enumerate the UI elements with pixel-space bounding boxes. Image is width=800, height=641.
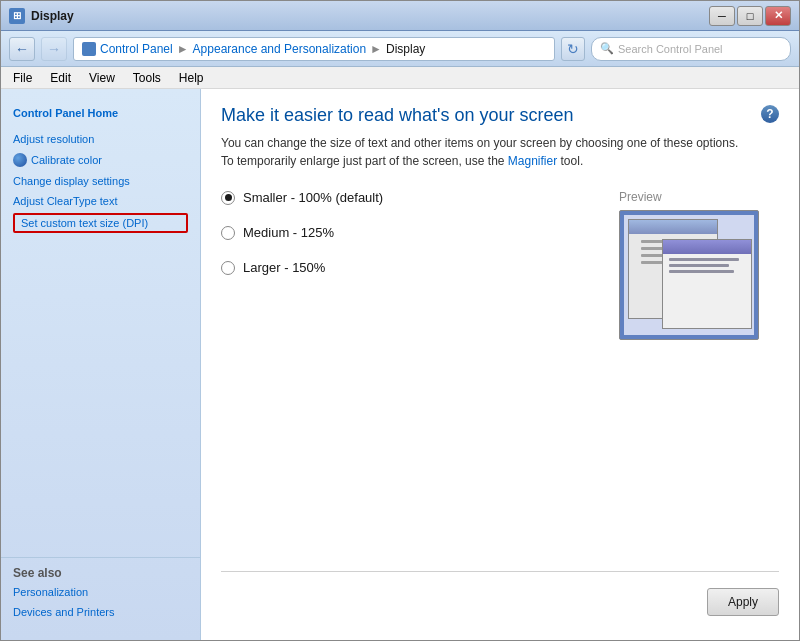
radio-smaller-circle[interactable] <box>221 191 235 205</box>
menu-tools[interactable]: Tools <box>125 69 169 87</box>
title-bar-controls: ─ □ ✕ <box>709 6 791 26</box>
refresh-button[interactable]: ↻ <box>561 37 585 61</box>
magnifier-link[interactable]: Magnifier <box>508 154 557 168</box>
sidebar-link-adjust-resolution[interactable]: Adjust resolution <box>13 131 188 147</box>
fake-line-6 <box>669 264 729 267</box>
globe-icon <box>13 153 27 167</box>
title-bar-left: ⊞ Display <box>9 8 74 24</box>
sidebar-spacer <box>1 237 200 557</box>
menu-bar: File Edit View Tools Help <box>1 67 799 89</box>
main-window: ⊞ Display ─ □ ✕ ← → Control Panel ► Appe… <box>0 0 800 641</box>
preview-label: Preview <box>619 190 779 204</box>
address-bar: ← → Control Panel ► Appearance and Perso… <box>1 31 799 67</box>
apply-button[interactable]: Apply <box>707 588 779 616</box>
sidebar-link-devices-printers[interactable]: Devices and Printers <box>13 604 188 620</box>
help-icon[interactable]: ? <box>761 105 779 123</box>
title-bar: ⊞ Display ─ □ ✕ <box>1 1 799 31</box>
forward-button[interactable]: → <box>41 37 67 61</box>
button-row: Apply <box>221 588 779 624</box>
window-icon: ⊞ <box>9 8 25 24</box>
sidebar: Control Panel Home Adjust resolution Cal… <box>1 89 201 640</box>
radio-larger-label: Larger - 150% <box>243 260 325 275</box>
sidebar-link-calibrate-color[interactable]: Calibrate color <box>13 151 188 169</box>
see-also-label: See also <box>13 566 188 580</box>
radio-medium-circle[interactable] <box>221 226 235 240</box>
breadcrumb-appearance[interactable]: Appearance and Personalization <box>193 42 366 56</box>
radio-medium[interactable]: Medium - 125% <box>221 225 599 240</box>
content-description: You can change the size of text and othe… <box>221 134 741 170</box>
content-area: Make it easier to read what's on your sc… <box>201 89 799 640</box>
see-also-section: See also Personalization Devices and Pri… <box>1 557 200 628</box>
preview-column: Preview <box>619 190 779 555</box>
close-button[interactable]: ✕ <box>765 6 791 26</box>
maximize-button[interactable]: □ <box>737 6 763 26</box>
radio-larger[interactable]: Larger - 150% <box>221 260 599 275</box>
window-title: Display <box>31 9 74 23</box>
menu-help[interactable]: Help <box>171 69 212 87</box>
radio-medium-label: Medium - 125% <box>243 225 334 240</box>
sidebar-home-link[interactable]: Control Panel Home <box>13 105 188 121</box>
address-path: Control Panel ► Appearance and Personali… <box>73 37 555 61</box>
preview-image <box>619 210 759 340</box>
back-button[interactable]: ← <box>9 37 35 61</box>
sidebar-link-personalization[interactable]: Personalization <box>13 584 188 600</box>
minimize-button[interactable]: ─ <box>709 6 735 26</box>
preview-window-2 <box>662 239 752 329</box>
menu-edit[interactable]: Edit <box>42 69 79 87</box>
desc-text-before: You can change the size of text and othe… <box>221 136 738 168</box>
radio-smaller-label: Smaller - 100% (default) <box>243 190 383 205</box>
fake-line-5 <box>669 258 739 261</box>
sidebar-home-section: Control Panel Home Adjust resolution Cal… <box>1 101 200 237</box>
content-header: Make it easier to read what's on your sc… <box>221 105 779 126</box>
menu-view[interactable]: View <box>81 69 123 87</box>
menu-file[interactable]: File <box>5 69 40 87</box>
sidebar-link-cleartype[interactable]: Adjust ClearType text <box>13 193 188 209</box>
radio-larger-circle[interactable] <box>221 261 235 275</box>
search-box[interactable]: 🔍 Search Control Panel <box>591 37 791 61</box>
desc-text-after: tool. <box>561 154 584 168</box>
content-divider <box>221 571 779 572</box>
options-column: Smaller - 100% (default) Medium - 125% L… <box>221 190 599 555</box>
options-preview-row: Smaller - 100% (default) Medium - 125% L… <box>221 190 779 555</box>
sidebar-link-custom-dpi[interactable]: Set custom text size (DPI) <box>13 213 188 233</box>
sidebar-link-change-display[interactable]: Change display settings <box>13 173 188 189</box>
main-layout: Control Panel Home Adjust resolution Cal… <box>1 89 799 640</box>
content-title: Make it easier to read what's on your sc… <box>221 105 574 126</box>
breadcrumb-control-panel[interactable]: Control Panel <box>100 42 173 56</box>
breadcrumb-display: Display <box>386 42 425 56</box>
radio-smaller[interactable]: Smaller - 100% (default) <box>221 190 599 205</box>
fake-line-7 <box>669 270 734 273</box>
search-placeholder: Search Control Panel <box>618 43 723 55</box>
